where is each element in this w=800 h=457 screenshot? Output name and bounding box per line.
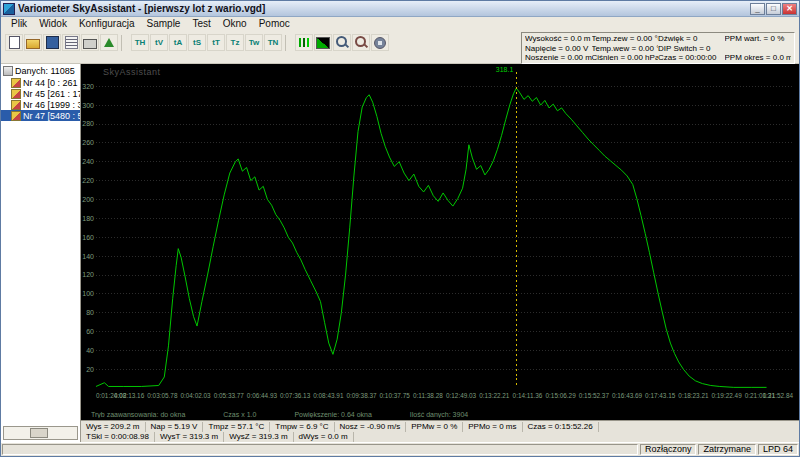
data-block-icon	[11, 111, 21, 121]
svg-text:140: 140	[82, 253, 94, 260]
trace-tz-icon: Tz	[231, 38, 240, 47]
telemetry-column: Temp.zew = 0.00 °CTemp.wew = 0.00 °CCiśn…	[592, 34, 659, 62]
sidebar-item-label: Nr 44 [0 : 261 ]	[23, 78, 80, 88]
svg-text:0:19:22.49: 0:19:22.49	[711, 392, 742, 399]
window-controls: _ □ ✕	[750, 3, 797, 15]
sidebar-hscrollbar[interactable]	[3, 426, 78, 440]
svg-text:0:08:43.91: 0:08:43.91	[313, 392, 344, 399]
svg-text:0:11:38.28: 0:11:38.28	[413, 392, 443, 399]
svg-text:240: 240	[82, 158, 94, 165]
sidebar-item-46[interactable]: Nr 46 [1999 : 3481]	[1, 99, 80, 110]
minimize-button[interactable]: _	[750, 3, 765, 15]
sidebar-header-label: Danych: 11085	[15, 66, 75, 76]
chart-column: 2040608010012014016018020022024026028030…	[81, 64, 799, 442]
chart-area-icon	[316, 37, 330, 49]
menu-item-test[interactable]: Test	[186, 18, 216, 29]
sidebar-item-45[interactable]: Nr 45 [261 : 1738]	[1, 88, 80, 99]
svg-text:0:12:49.03: 0:12:49.03	[446, 392, 477, 399]
svg-text:60: 60	[86, 328, 94, 335]
svg-text:180: 180	[82, 215, 94, 222]
measurement-field: WysZ = 319.3 m	[224, 432, 293, 442]
toolbar-separator	[121, 35, 128, 51]
app-window: Variometer SkyAssistant - [pierwszy lot …	[0, 0, 800, 457]
menu-item-pomoc[interactable]: Pomoc	[253, 18, 296, 29]
zoom-in-button[interactable]	[333, 34, 351, 51]
svg-text:0:09:38.37: 0:09:38.37	[346, 392, 377, 399]
settings-button[interactable]	[371, 34, 389, 51]
sidebar-tree-header[interactable]: Danych: 11085	[1, 64, 80, 77]
sidebar-tree: Nr 44 [0 : 261 ]Nr 45 [261 : 1738]Nr 46 …	[1, 77, 80, 442]
measurement-field: Czas = 0:15:52.26	[523, 422, 599, 432]
svg-text:0:13:22.21: 0:13:22.21	[479, 392, 510, 399]
zoom-in-icon	[336, 36, 347, 47]
chart-area-button[interactable]	[314, 34, 332, 51]
trace-th-icon: TH	[135, 38, 146, 47]
telemetry-field: PPM okres = 0.0 ms	[725, 53, 792, 62]
trace-tt-button[interactable]: tT	[207, 34, 225, 51]
trace-ts-button[interactable]: tS	[188, 34, 206, 51]
telemetry-column: Dźwięk = 0DIP Switch = 0Czas = 00:00:00	[658, 34, 725, 62]
open-file-icon	[26, 39, 40, 49]
svg-text:320: 320	[82, 83, 94, 90]
svg-text:160: 160	[82, 234, 94, 241]
svg-text:0:10:37.75: 0:10:37.75	[380, 392, 411, 399]
trace-ta-icon: tA	[174, 38, 182, 47]
telemetry-field: Noszenie = 0.00 m/s	[525, 53, 592, 62]
trace-ta-button[interactable]: tA	[169, 34, 187, 51]
svg-text:300: 300	[82, 102, 94, 109]
svg-text:318.1: 318.1	[496, 66, 514, 73]
data-list-button[interactable]	[62, 34, 80, 51]
save-file-button[interactable]	[43, 34, 61, 51]
menu-item-widok[interactable]: Widok	[33, 18, 73, 29]
maximize-button[interactable]: □	[766, 3, 781, 15]
telemetry-field: PPM wart. = 0 %	[725, 34, 792, 43]
toolbar-row: THtVtAtStTTzTwTN Wysokość = 0.0 mNapięci…	[1, 30, 799, 64]
chart-bars-button[interactable]	[295, 34, 313, 51]
settings-icon	[374, 37, 386, 49]
trace-tt-icon: tT	[212, 38, 220, 47]
svg-text:220: 220	[82, 177, 94, 184]
menu-item-plik[interactable]: Plik	[5, 18, 33, 29]
open-file-button[interactable]	[24, 34, 42, 51]
trace-tn-button[interactable]: TN	[264, 34, 282, 51]
trace-tv-icon: tV	[155, 38, 163, 47]
trace-tv-button[interactable]: tV	[150, 34, 168, 51]
measurement-row-2: TSkl = 0:00:08.98WysT = 319.3 mWysZ = 31…	[81, 432, 799, 442]
svg-text:0:07:36.13: 0:07:36.13	[280, 392, 311, 399]
chart-status-item: Ilość danych: 3904	[410, 411, 468, 418]
svg-text:260: 260	[82, 139, 94, 146]
sidebar-item-47[interactable]: Nr 47 [5480 : 5630]	[1, 110, 80, 121]
trace-th-button[interactable]: TH	[131, 34, 149, 51]
sidebar-item-label: Nr 46 [1999 : 3481]	[23, 100, 80, 110]
main-area: Danych: 11085 Nr 44 [0 : 261 ]Nr 45 [261…	[1, 64, 799, 442]
print-button[interactable]	[81, 34, 99, 51]
measurement-field: WysT = 319.3 m	[155, 432, 224, 442]
menu-item-sample[interactable]: Sample	[141, 18, 187, 29]
data-root-icon	[3, 66, 13, 76]
new-file-button[interactable]	[5, 34, 23, 51]
trace-tz-button[interactable]: Tz	[226, 34, 244, 51]
svg-text:80: 80	[86, 309, 94, 316]
measurement-field: Tmpw = 6.9 °C	[270, 422, 334, 432]
zoom-out-button[interactable]	[352, 34, 370, 51]
menu-item-okno[interactable]: Okno	[217, 18, 253, 29]
svg-text:0:05:33.77: 0:05:33.77	[214, 392, 245, 399]
statusbar-state: Zatrzymane	[698, 444, 756, 455]
sidebar-item-44[interactable]: Nr 44 [0 : 261 ]	[1, 77, 80, 88]
upload-icon	[104, 38, 114, 47]
upload-button[interactable]	[100, 34, 118, 51]
menu-item-konfiguracja[interactable]: Konfiguracja	[73, 18, 141, 29]
measurement-field: dWys = 0.0 m	[294, 432, 354, 442]
data-block-icon	[11, 100, 21, 110]
telemetry-field: Czas = 00:00:00	[658, 53, 725, 62]
chart-status-item: Powiększenie: 0.64 okna	[294, 411, 371, 418]
sidebar-hscrollbar-thumb[interactable]	[30, 428, 48, 438]
close-button[interactable]: ✕	[782, 3, 797, 15]
measurement-row-1: Wys = 209.2 mNap = 5.19 VTmpz = 57.1 °CT…	[81, 422, 799, 432]
trace-tw-button[interactable]: Tw	[245, 34, 263, 51]
chart-area[interactable]: 2040608010012014016018020022024026028030…	[81, 64, 799, 420]
app-icon	[3, 3, 15, 15]
svg-text:0:18:23.21: 0:18:23.21	[678, 392, 709, 399]
altitude-chart-svg: 2040608010012014016018020022024026028030…	[81, 64, 799, 420]
statusbar-message-panel	[2, 444, 638, 455]
